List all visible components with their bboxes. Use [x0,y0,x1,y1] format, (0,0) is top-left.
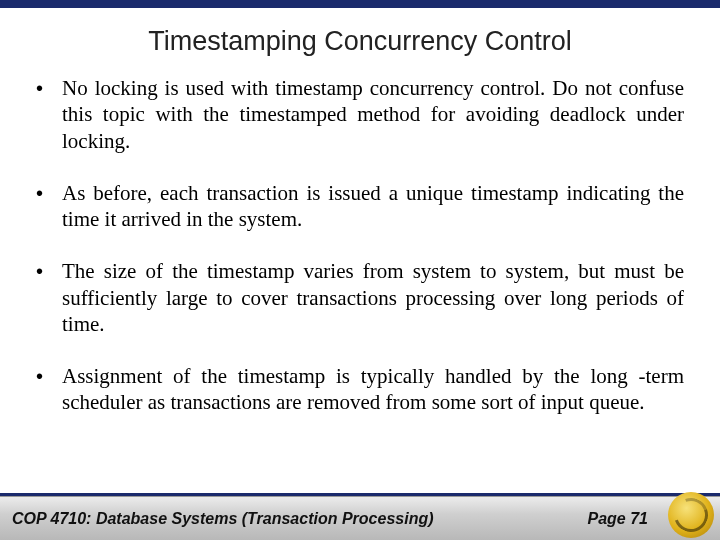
bullet-icon: • [36,75,62,101]
bullet-text: No locking is used with timestamp concur… [62,75,684,154]
slide-body: • No locking is used with timestamp conc… [0,75,720,540]
footer-page: Page 71 [588,510,648,528]
bullet-text: As before, each transaction is issued a … [62,180,684,233]
footer-course-text: COP 4710: Database Systems (Transaction … [12,510,434,527]
list-item: • No locking is used with timestamp conc… [36,75,684,154]
bullet-text: Assignment of the timestamp is typically… [62,363,684,416]
list-item: • The size of the timestamp varies from … [36,258,684,337]
list-item: • As before, each transaction is issued … [36,180,684,233]
logo-swirl [668,492,713,537]
bullet-text: The size of the timestamp varies from sy… [62,258,684,337]
bullet-icon: • [36,363,62,389]
footer-course: COP 4710: Database Systems (Transaction … [12,510,588,528]
list-item: • Assignment of the timestamp is typical… [36,363,684,416]
slide-title: Timestamping Concurrency Control [0,26,720,57]
top-accent-bar [0,0,720,8]
ucf-logo-icon [668,492,714,538]
bullet-icon: • [36,180,62,206]
footer-wrap: COP 4710: Database Systems (Transaction … [0,493,720,540]
logo-circle [668,492,714,538]
footer-bar: COP 4710: Database Systems (Transaction … [0,496,720,540]
slide: Timestamping Concurrency Control • No lo… [0,0,720,540]
bullet-icon: • [36,258,62,284]
